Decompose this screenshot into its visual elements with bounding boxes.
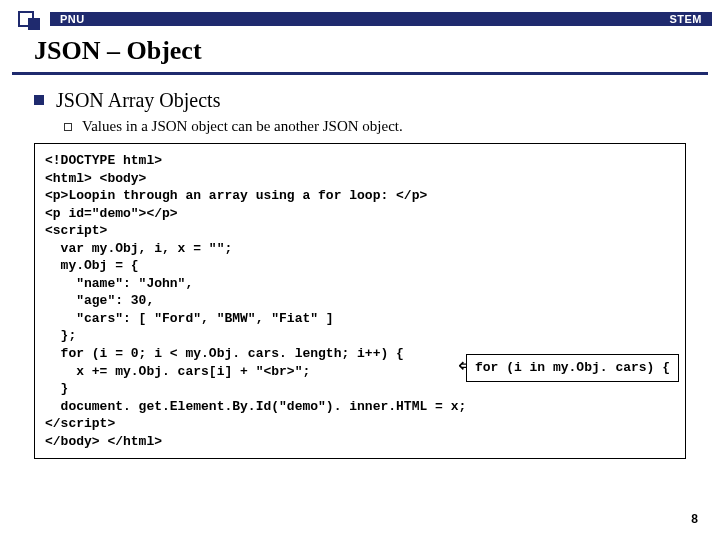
code-line: var my.Obj, i, x = ""; bbox=[45, 241, 232, 256]
alt-code-box: for (i in my.Obj. cars) { bbox=[466, 354, 679, 382]
slide-title: JSON – Object bbox=[34, 36, 712, 66]
page-number: 8 bbox=[691, 512, 698, 526]
bullet-level1-text: JSON Array Objects bbox=[56, 89, 220, 112]
code-line: <p>Loopin through an array using a for l… bbox=[45, 188, 427, 203]
bullet-level1: JSON Array Objects bbox=[34, 89, 686, 112]
code-line: for (i = 0; i < my.Obj. cars. length; i+… bbox=[45, 346, 404, 361]
bullet-level2-text: Values in a JSON object can be another J… bbox=[82, 118, 403, 135]
code-line: "age": 30, bbox=[45, 293, 154, 308]
bullet-square-icon bbox=[34, 95, 44, 105]
code-line: <script> bbox=[45, 223, 107, 238]
code-line: </script> bbox=[45, 416, 115, 431]
top-bar: PNU STEM bbox=[8, 8, 712, 30]
code-block: <!DOCTYPE html> <html> <body> <p>Loopin … bbox=[34, 143, 686, 459]
code-line: } bbox=[45, 381, 68, 396]
header-right-label: STEM bbox=[669, 13, 702, 25]
header-left-label: PNU bbox=[60, 13, 85, 25]
logo-square-solid bbox=[28, 18, 40, 30]
code-line: x += my.Obj. cars[i] + "<br>"; bbox=[45, 364, 310, 379]
bullet-open-square-icon bbox=[64, 123, 72, 131]
code-line: <html> <body> bbox=[45, 171, 146, 186]
code-line: "name": "John", bbox=[45, 276, 193, 291]
header-rail: PNU STEM bbox=[50, 12, 712, 26]
code-line: my.Obj = { bbox=[45, 258, 139, 273]
code-line: </body> </html> bbox=[45, 434, 162, 449]
slide-body: JSON Array Objects Values in a JSON obje… bbox=[8, 75, 712, 459]
code-line: document. get.Element.By.Id("demo"). inn… bbox=[45, 399, 466, 414]
code-line: }; bbox=[45, 328, 76, 343]
bullet-level2: Values in a JSON object can be another J… bbox=[64, 118, 686, 135]
code-line: <p id="demo"></p> bbox=[45, 206, 178, 221]
code-line: "cars": [ "Ford", "BMW", "Fiat" ] bbox=[45, 311, 334, 326]
code-line: <!DOCTYPE html> bbox=[45, 153, 162, 168]
